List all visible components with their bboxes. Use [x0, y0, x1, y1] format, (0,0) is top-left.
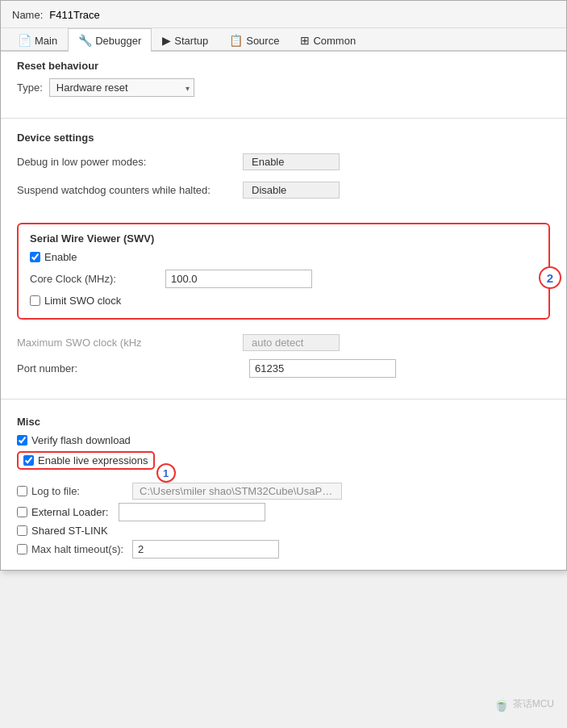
- misc-title: Misc: [17, 416, 550, 428]
- type-label: Type:: [17, 82, 43, 94]
- max-swo-row: Maximum SWO clock (kHz auto detect: [17, 331, 550, 354]
- name-value: F411Trace: [49, 9, 99, 21]
- max-halt-input[interactable]: 2: [132, 540, 279, 559]
- tab-main[interactable]: 📄 Main: [7, 28, 68, 52]
- type-dropdown[interactable]: Hardware reset: [49, 78, 194, 97]
- type-row: Type: Hardware reset ▾: [17, 78, 550, 97]
- name-row: Name: F411Trace: [1, 1, 566, 28]
- suspend-label: Suspend watchdog counters while halted:: [17, 184, 243, 196]
- debug-value: Enable: [243, 153, 340, 170]
- common-tab-icon: ⊞: [300, 34, 310, 47]
- port-input[interactable]: 61235: [249, 359, 396, 378]
- limit-swo-row: Limit SWO clock: [30, 295, 537, 307]
- core-clock-row: Core Clock (MHz): 100.0: [30, 270, 537, 288]
- external-loader-input[interactable]: [119, 503, 265, 521]
- verify-flash-label: Verify flash download: [31, 434, 131, 446]
- content-area: Reset behaviour Type: Hardware reset ▾ D…: [1, 52, 566, 570]
- tab-source-label: Source: [246, 35, 279, 47]
- limit-swo-checkbox[interactable]: [30, 295, 40, 306]
- swv-enable-row: Enable: [30, 251, 537, 263]
- swv-enable-label: Enable: [44, 251, 77, 263]
- watermark-icon: 🍵: [494, 697, 510, 712]
- debug-label: Debug in low power modes:: [17, 156, 243, 168]
- suspend-row: Suspend watchdog counters while halted: …: [17, 178, 550, 202]
- watermark-text: 茶话MCU: [513, 697, 554, 711]
- swv-section: Serial Wire Viewer (SWV) Enable Core Clo…: [17, 223, 550, 320]
- port-label: Port number:: [17, 362, 243, 374]
- swv-enable-checkbox[interactable]: [30, 252, 40, 262]
- tab-startup[interactable]: ▶ Startup: [152, 28, 219, 52]
- badge-2: 2: [539, 266, 561, 289]
- tab-source[interactable]: 📋 Source: [219, 28, 290, 52]
- debug-row: Debug in low power modes: Enable: [17, 150, 550, 174]
- max-halt-row: Max halt timeout(s): 2: [17, 540, 550, 559]
- verify-flash-checkbox[interactable]: [17, 435, 27, 446]
- log-to-file-checkbox[interactable]: [17, 486, 27, 496]
- verify-flash-row: Verify flash download: [17, 434, 550, 446]
- type-dropdown-wrapper: Hardware reset ▾: [49, 78, 194, 97]
- shared-stlink-row: Shared ST-LINK: [17, 525, 550, 537]
- enable-live-box: Enable live expressions 1: [17, 451, 155, 470]
- tab-common-label: Common: [313, 35, 356, 47]
- swo-port-section: Maximum SWO clock (kHz auto detect Port …: [1, 328, 566, 391]
- main-window: Name: F411Trace 📄 Main 🔧 Debugger ▶ Star…: [0, 0, 567, 571]
- max-halt-label: Max halt timeout(s):: [31, 543, 128, 555]
- tab-startup-label: Startup: [174, 35, 208, 47]
- startup-tab-icon: ▶: [162, 34, 171, 47]
- suspend-value: Disable: [243, 182, 340, 199]
- source-tab-icon: 📋: [229, 34, 243, 47]
- external-loader-checkbox[interactable]: [17, 507, 27, 517]
- device-settings-title: Device settings: [17, 132, 550, 144]
- shared-stlink-label: Shared ST-LINK: [31, 525, 108, 537]
- max-swo-value: auto detect: [243, 334, 340, 351]
- core-clock-input[interactable]: 100.0: [165, 270, 312, 288]
- tab-debugger[interactable]: 🔧 Debugger: [68, 28, 152, 52]
- limit-swo-label: Limit SWO clock: [44, 295, 121, 307]
- misc-section: Misc Verify flash download Enable live e…: [1, 408, 566, 570]
- watermark: 🍵 茶话MCU: [494, 697, 554, 712]
- name-label: Name:: [12, 9, 43, 21]
- external-loader-label: External Loader:: [31, 506, 108, 518]
- reset-section: Reset behaviour Type: Hardware reset ▾: [1, 52, 566, 113]
- enable-live-label: Enable live expressions: [38, 454, 148, 467]
- main-tab-icon: 📄: [18, 34, 31, 47]
- tab-main-label: Main: [35, 35, 57, 47]
- tab-bar: 📄 Main 🔧 Debugger ▶ Startup 📋 Source ⊞ C…: [1, 28, 566, 52]
- tab-common[interactable]: ⊞ Common: [290, 28, 366, 52]
- device-settings-section: Device settings Debug in low power modes…: [1, 123, 566, 215]
- shared-stlink-checkbox[interactable]: [17, 525, 27, 536]
- core-clock-label: Core Clock (MHz):: [30, 273, 159, 285]
- max-swo-label: Maximum SWO clock (kHz: [17, 337, 243, 349]
- port-row: Port number: 61235: [17, 359, 550, 378]
- badge-1: 1: [156, 463, 176, 483]
- enable-live-checkbox[interactable]: [23, 455, 34, 466]
- log-to-file-value: C:\Users\miler shao\STM32Cube\UsaProj\F4…: [132, 483, 342, 500]
- reset-title: Reset behaviour: [17, 60, 550, 72]
- debugger-tab-icon: 🔧: [78, 34, 92, 47]
- log-to-file-row: Log to file: C:\Users\miler shao\STM32Cu…: [17, 483, 550, 500]
- log-to-file-label: Log to file:: [31, 485, 128, 497]
- swv-title: Serial Wire Viewer (SWV): [30, 232, 537, 245]
- max-halt-checkbox[interactable]: [17, 544, 27, 554]
- external-loader-row: External Loader:: [17, 503, 550, 521]
- tab-debugger-label: Debugger: [95, 35, 141, 47]
